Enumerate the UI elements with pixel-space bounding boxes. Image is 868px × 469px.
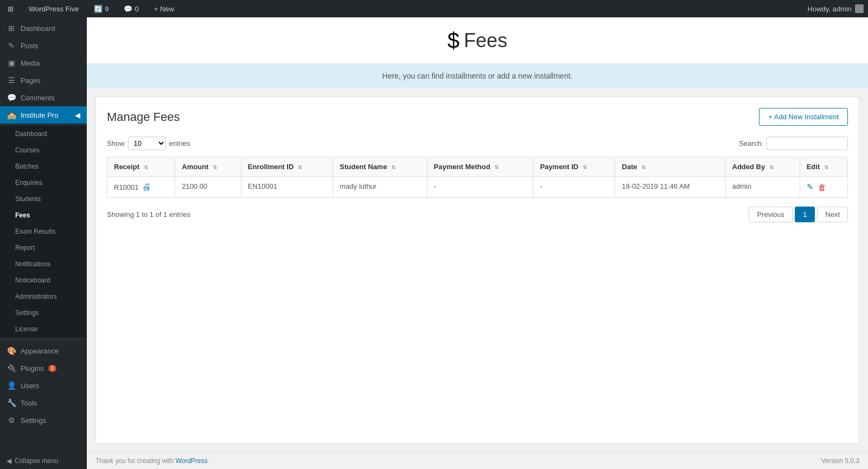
sort-added-by-icon[interactable]: ⇅ — [769, 164, 774, 170]
sidebar: ⊞ Dashboard ✎ Posts ▣ Media ☰ Pages 💬 Co… — [0, 17, 87, 469]
sidebar-item-dashboard[interactable]: ⊞ Dashboard — [0, 20, 87, 37]
collapse-menu[interactable]: ◀ Collapse menu — [0, 453, 87, 469]
footer: Thank you for creating with WordPress. V… — [87, 452, 868, 469]
cell-receipt: R10001 🖨 — [107, 177, 175, 198]
sort-date-icon[interactable]: ⇅ — [641, 164, 646, 170]
show-entries-select[interactable]: 10 25 50 100 — [128, 137, 166, 150]
delete-row-icon[interactable]: 🗑 — [818, 183, 826, 192]
sidebar-item-sub-administrators[interactable]: Administrators — [0, 288, 87, 305]
sidebar-item-sub-exam-results[interactable]: Exam Results — [0, 223, 87, 240]
sub-courses-label: Courses — [15, 146, 40, 154]
sort-receipt-icon[interactable]: ⇅ — [144, 164, 148, 170]
posts-icon: ✎ — [7, 41, 16, 50]
plugins-icon: 🔌 — [7, 364, 16, 372]
print-icon[interactable]: 🖨 — [142, 182, 151, 192]
wordpress-link[interactable]: WordPress — [175, 457, 207, 465]
institute-pro-icon: 🏫 — [7, 111, 16, 119]
info-banner: Here, you can find installments or add a… — [87, 64, 868, 88]
sidebar-item-label: Institute Pro — [21, 111, 58, 119]
table-header-row: Receipt ⇅ Amount ⇅ Enrollment ID ⇅ Stu — [107, 157, 848, 177]
sidebar-item-sub-fees[interactable]: Fees — [0, 207, 87, 223]
sidebar-item-tools[interactable]: 🔧 Tools — [0, 394, 87, 412]
col-payment-method: Payment Method ⇅ — [427, 157, 533, 177]
section-title: Manage Fees — [107, 110, 180, 124]
tools-label: Tools — [21, 399, 37, 407]
showing-text: Showing 1 to 1 of 1 entries — [107, 210, 190, 219]
settings-icon: ⚙ — [7, 416, 16, 425]
search-input[interactable] — [767, 137, 848, 150]
sidebar-item-label: Comments — [21, 94, 55, 102]
col-edit: Edit ⇅ — [800, 157, 847, 177]
sidebar-item-sub-notifications[interactable]: Notifications — [0, 256, 87, 272]
cell-student-name: mady luthur — [333, 177, 427, 198]
footer-text: Thank you for creating with WordPress. — [95, 457, 209, 465]
sidebar-item-sub-noticeboard[interactable]: Noticeboard — [0, 272, 87, 288]
sub-batches-label: Batches — [15, 163, 39, 170]
site-name[interactable]: WordPress Five — [25, 0, 82, 17]
sidebar-item-sub-dashboard[interactable]: Dashboard — [0, 126, 87, 142]
sub-dashboard-label: Dashboard — [15, 130, 47, 138]
sub-notifications-label: Notifications — [15, 260, 50, 268]
users-icon: 👤 — [7, 381, 16, 390]
sort-student-icon[interactable]: ⇅ — [391, 164, 395, 170]
sub-settings-label: Settings — [15, 309, 39, 317]
settings-label: Settings — [21, 416, 46, 425]
howdy-text: Howdy, admin — [808, 4, 864, 13]
comments-item[interactable]: 💬 0 — [120, 0, 142, 17]
cell-amount: 2100.00 — [175, 177, 241, 198]
sort-enrollment-icon[interactable]: ⇅ — [298, 164, 302, 170]
sidebar-item-sub-batches[interactable]: Batches — [0, 158, 87, 175]
col-added-by: Added By ⇅ — [725, 157, 800, 177]
previous-button[interactable]: Previous — [749, 207, 793, 222]
page-1-button[interactable]: 1 — [795, 207, 815, 222]
sidebar-item-pages[interactable]: ☰ Pages — [0, 72, 87, 89]
wp-logo[interactable]: ⊞ — [4, 0, 17, 17]
users-label: Users — [21, 382, 39, 390]
sub-students-label: Students — [15, 195, 41, 203]
receipt-number: R10001 — [114, 183, 139, 191]
sidebar-item-sub-enquiries[interactable]: Enquiries — [0, 175, 87, 191]
sub-administrators-label: Administrators — [15, 293, 57, 300]
table-row: R10001 🖨 2100.00 EN10001 mady luthur - -… — [107, 177, 848, 198]
sort-payment-method-icon[interactable]: ⇅ — [494, 164, 499, 170]
sort-payment-id-icon[interactable]: ⇅ — [583, 164, 587, 170]
admin-bar: ⊞ WordPress Five 🔄 9 💬 0 + New Howdy, ad… — [0, 0, 868, 17]
sidebar-item-posts[interactable]: ✎ Posts — [0, 37, 87, 54]
sidebar-item-media[interactable]: ▣ Media — [0, 54, 87, 72]
sidebar-item-sub-license[interactable]: License — [0, 321, 87, 337]
search-wrap: Search: — [739, 137, 848, 150]
sidebar-item-sub-students[interactable]: Students — [0, 191, 87, 207]
col-enrollment-id: Enrollment ID ⇅ — [241, 157, 333, 177]
next-button[interactable]: Next — [817, 207, 848, 222]
sort-amount-icon[interactable]: ⇅ — [213, 164, 217, 170]
sidebar-item-label: Dashboard — [21, 24, 55, 33]
appearance-label: Appearance — [21, 347, 59, 355]
sidebar-item-users[interactable]: 👤 Users — [0, 377, 87, 394]
content-area: Manage Fees + Add New Installment Show 1… — [95, 97, 859, 444]
new-item[interactable]: + New — [151, 0, 177, 17]
sidebar-item-sub-settings[interactable]: Settings — [0, 305, 87, 321]
add-installment-button[interactable]: + Add New Installment — [759, 108, 848, 126]
plugins-label: Plugins — [21, 364, 44, 372]
edit-row-icon[interactable]: ✎ — [807, 182, 814, 192]
sidebar-item-plugins[interactable]: 🔌 Plugins 8 — [0, 359, 87, 377]
main-nav: ⊞ Dashboard ✎ Posts ▣ Media ☰ Pages 💬 Co… — [0, 17, 87, 126]
dashboard-icon: ⊞ — [7, 24, 16, 33]
avatar — [855, 4, 864, 13]
sidebar-item-appearance[interactable]: 🎨 Appearance — [0, 342, 87, 359]
sidebar-item-label: Media — [21, 59, 40, 67]
institute-pro-submenu: Dashboard Courses Batches Enquiries Stud… — [0, 126, 87, 337]
collapse-arrow-icon: ◀ — [7, 457, 11, 465]
table-footer: Showing 1 to 1 of 1 entries Previous 1 N… — [107, 207, 848, 222]
sidebar-item-sub-report[interactable]: Report — [0, 240, 87, 256]
sidebar-item-institute-pro[interactable]: 🏫 Institute Pro ◀ — [0, 106, 87, 124]
sidebar-item-settings[interactable]: ⚙ Settings — [0, 412, 87, 429]
updates-item[interactable]: 🔄 9 — [91, 0, 112, 17]
cell-added-by: admin — [725, 177, 800, 198]
sidebar-item-label: Posts — [21, 42, 39, 50]
sort-edit-icon[interactable]: ⇅ — [824, 164, 828, 170]
sidebar-item-sub-courses[interactable]: Courses — [0, 142, 87, 158]
version-text: Version 5.0.3 — [821, 457, 859, 465]
col-amount: Amount ⇅ — [175, 157, 241, 177]
sidebar-item-comments[interactable]: 💬 Comments — [0, 89, 87, 106]
